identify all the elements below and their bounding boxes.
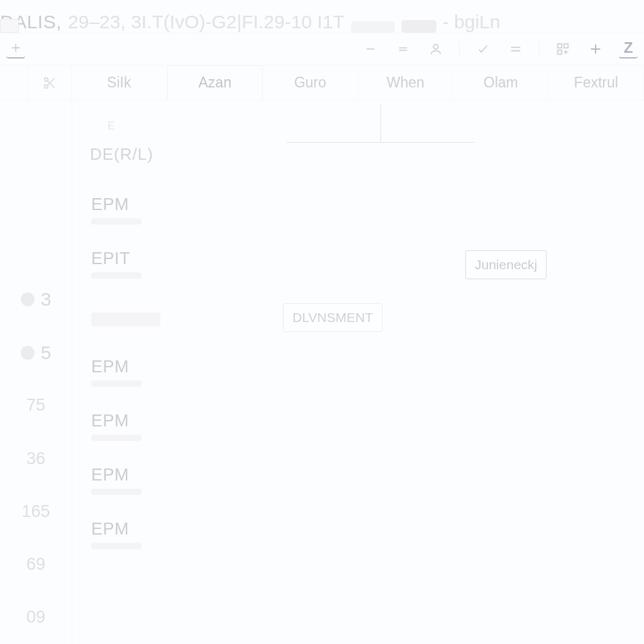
row-labels: E DE(R/L) EPM EPIT EPM EPM EPM EPM xyxy=(72,101,198,644)
plus-icon[interactable] xyxy=(586,40,605,58)
lead-label: DE(R/L) xyxy=(72,145,198,182)
flag-chip xyxy=(0,19,19,33)
tab-azan[interactable]: Azan xyxy=(167,65,264,100)
row-num[interactable]: 75 xyxy=(0,379,72,432)
scissors-icon[interactable] xyxy=(28,65,72,100)
row-label: EPIT xyxy=(91,249,198,269)
tab-gutter xyxy=(0,65,28,100)
row-label: EPM xyxy=(91,465,198,485)
row-label: EPM xyxy=(91,411,198,431)
row-sub-icon xyxy=(91,543,142,549)
column-hint: E xyxy=(72,119,198,145)
node-junieneckj[interactable]: Junieneckj xyxy=(465,250,547,279)
doc-meta: 29–23, 3I.T(IvO)-G2|FI.29-10 I1T xyxy=(68,11,345,33)
doc-suffix: - bgiLn xyxy=(443,11,501,33)
node-dlvnsment[interactable]: DLVNSMENT xyxy=(283,303,382,332)
list-item[interactable]: EPM xyxy=(72,453,198,507)
list-item[interactable]: EPM xyxy=(72,507,198,561)
new-tab-icon[interactable] xyxy=(6,40,25,58)
z-icon[interactable]: Z xyxy=(619,40,638,58)
svg-rect-2 xyxy=(564,44,568,48)
row-sub-icon xyxy=(91,380,142,387)
title-blob-2 xyxy=(401,20,436,33)
row-sub-icon xyxy=(91,218,142,225)
list-item[interactable]: EPM xyxy=(72,345,198,399)
user-icon[interactable] xyxy=(426,40,445,58)
ruler-vertical-icon xyxy=(380,104,381,142)
row-sub-icon xyxy=(91,489,142,495)
check-icon[interactable] xyxy=(474,40,492,58)
row-num[interactable]: 69 xyxy=(0,538,72,591)
row-blob-icon xyxy=(91,313,160,326)
tab-fextrul[interactable]: Fextrul xyxy=(549,65,645,100)
toolbar-separator xyxy=(459,41,460,57)
row-num[interactable]: 165 xyxy=(0,485,72,538)
row-sub-icon xyxy=(91,435,142,441)
row-num[interactable]: 3 xyxy=(0,273,72,326)
row-num[interactable] xyxy=(0,220,72,273)
row-dot-icon xyxy=(21,292,35,306)
svg-rect-3 xyxy=(558,50,562,54)
tab-strip: SiIk Azan Guro When Olam Fextrul xyxy=(0,65,644,101)
tab-silk[interactable]: SiIk xyxy=(72,65,167,100)
svg-point-0 xyxy=(433,45,438,49)
list-item[interactable]: EPM xyxy=(72,182,198,236)
tab-when[interactable]: When xyxy=(358,65,454,100)
row-sub-icon xyxy=(91,272,142,279)
list-item[interactable]: EPIT xyxy=(72,236,198,291)
ruler-horizontal-icon xyxy=(286,142,475,143)
title-bar: DALIS, 29–23, 3I.T(IvO)-G2|FI.29-10 I1T … xyxy=(0,0,644,33)
row-dot-icon xyxy=(21,346,35,360)
minus-icon[interactable] xyxy=(361,40,380,58)
row-num[interactable]: 5 xyxy=(0,326,72,379)
grid-body: 3 5 75 36 165 69 09 E DE(R/L) EPM EPIT E… xyxy=(0,101,644,644)
z-glyph: Z xyxy=(624,39,633,57)
tab-guro[interactable]: Guro xyxy=(263,65,358,100)
equals-icon[interactable] xyxy=(394,40,413,58)
lines-icon[interactable] xyxy=(506,40,525,58)
row-label: EPM xyxy=(91,195,198,214)
toolbar-separator-2 xyxy=(539,41,540,57)
row-label: EPM xyxy=(91,519,198,539)
layout-icon[interactable] xyxy=(553,40,572,58)
row-label: EPM xyxy=(91,357,198,377)
row-num[interactable]: 09 xyxy=(0,591,72,644)
toolbar: Z xyxy=(0,33,644,65)
list-item[interactable] xyxy=(72,291,198,345)
list-item[interactable]: EPM xyxy=(72,399,198,453)
title-blob-1 xyxy=(351,21,395,33)
row-numbers: 3 5 75 36 165 69 09 xyxy=(0,101,72,644)
row-num[interactable]: 36 xyxy=(0,432,72,485)
canvas[interactable]: DLVNSMENT Junieneckj xyxy=(198,101,644,644)
tab-olam[interactable]: Olam xyxy=(453,65,549,100)
svg-rect-1 xyxy=(558,44,562,48)
